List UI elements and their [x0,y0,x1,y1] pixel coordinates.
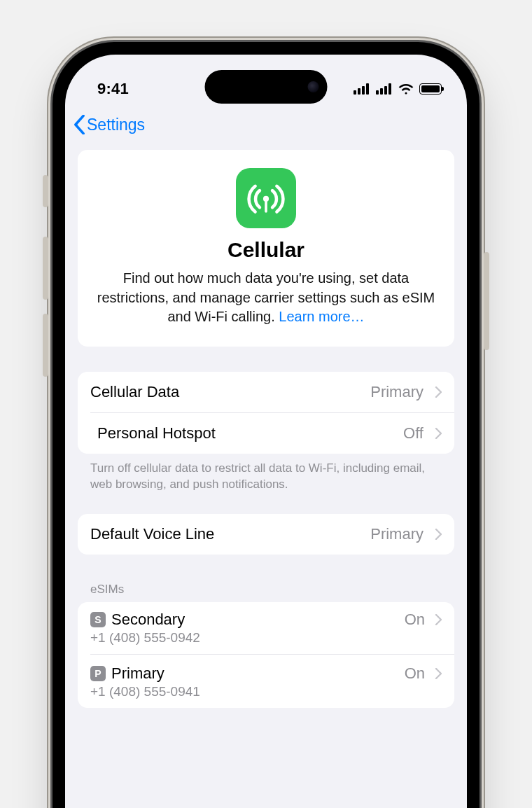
signal-icon [376,83,391,95]
esim-section-header: eSIMs [78,583,454,602]
dynamic-island [205,70,328,104]
row-value: Off [403,424,424,443]
personal-hotspot-row[interactable]: Personal Hotspot Off [90,412,454,454]
esim-row-primary[interactable]: P Primary On +1 (408) 555-0941 [90,654,454,708]
chevron-right-icon [435,614,442,625]
screen: 9:41 Settings [65,55,467,808]
row-value: Primary [370,525,424,543]
volume-down-button [43,314,48,377]
sim-badge-icon: S [90,612,106,627]
chevron-left-icon [74,115,85,134]
esim-row-secondary[interactable]: S Secondary On +1 (408) 555-0942 [78,602,454,654]
svg-rect-1 [265,200,267,213]
silence-switch [43,175,48,207]
chevron-right-icon [435,428,442,439]
sim-number: +1 (408) 555-0942 [90,630,442,646]
back-label: Settings [87,116,145,134]
sim-status: On [405,611,425,629]
row-label: Default Voice Line [90,525,214,543]
side-button [484,252,489,350]
default-voice-line-row[interactable]: Default Voice Line Primary [78,514,454,555]
volume-up-button [43,237,48,300]
chevron-right-icon [435,668,442,679]
hero-card: Cellular Find out how much data you're u… [78,150,454,347]
learn-more-link[interactable]: Learn more… [279,309,364,324]
chevron-right-icon [435,386,442,398]
hero-description: Find out how much data you're using, set… [93,269,439,327]
esim-group: S Secondary On +1 (408) 555-0942 P Prima… [78,602,454,708]
dual-signal-icon [354,83,369,95]
voice-settings-group: Default Voice Line Primary [78,514,454,555]
sim-badge-icon: P [90,666,106,681]
status-time: 9:41 [97,80,129,98]
row-label: Personal Hotspot [97,424,216,443]
row-value: Primary [370,383,424,401]
row-label: Cellular Data [90,383,179,401]
data-settings-group: Cellular Data Primary Personal Hotspot O… [78,372,454,454]
back-button[interactable]: Settings [74,115,145,134]
chevron-right-icon [435,529,442,540]
sim-status: On [405,664,425,683]
cellular-data-row[interactable]: Cellular Data Primary [78,372,454,412]
phone-frame: 9:41 Settings [52,42,479,808]
cellular-antenna-icon [236,168,296,228]
group-footer: Turn off cellular data to restrict all d… [78,454,454,493]
page-title: Cellular [93,238,439,262]
sim-number: +1 (408) 555-0941 [90,684,442,699]
wifi-icon [398,83,414,95]
sim-name: Secondary [111,611,185,629]
battery-icon [419,83,442,95]
sim-name: Primary [111,664,164,683]
nav-bar: Settings [65,105,467,150]
